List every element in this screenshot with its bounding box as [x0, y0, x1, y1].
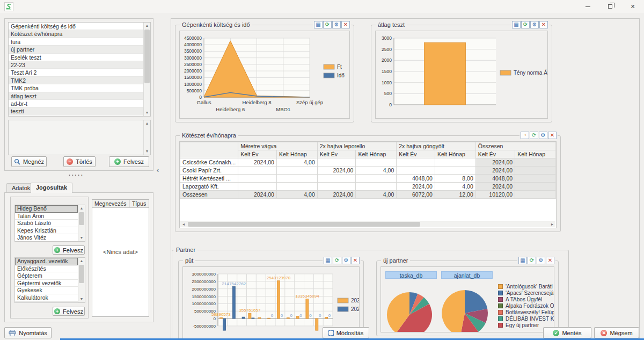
report-description-box[interactable]: ▲▼ — [8, 120, 151, 155]
report-list-scrollbar[interactable]: ▲▼ — [143, 23, 150, 116]
close-icon-button[interactable]: ✕ — [539, 21, 548, 28]
list-item[interactable]: Géptermi vezetők — [15, 280, 78, 287]
chart-toolbar: ▦⟳⚙✕ — [517, 257, 555, 264]
list-item[interactable]: Talán Áron — [15, 213, 78, 220]
list-item[interactable]: új partner — [9, 46, 143, 53]
list-item[interactable]: Eselék teszt — [9, 54, 143, 61]
close-icon-button[interactable]: ✕ — [546, 257, 554, 264]
pivot-sub-col[interactable]: Kelt Hónap — [435, 150, 475, 158]
gear-icon-button[interactable]: ⚙ — [530, 21, 539, 28]
pivot-row[interactable]: Csoki Papír Zrt.2024,004,002024,00 — [180, 167, 556, 175]
grid-icon-button[interactable]: ▦ — [512, 21, 521, 28]
pivot-col-group[interactable]: Méretre vágva — [238, 142, 318, 150]
list-item[interactable]: TMK próba — [9, 84, 143, 92]
list-item[interactable]: Kepes Krisztián — [15, 227, 78, 235]
print-button[interactable]: Nyomtatás — [4, 327, 52, 338]
list-item[interactable]: Anyaggazd. vezetők — [15, 258, 78, 265]
grid-icon-button[interactable]: ▦ — [324, 257, 332, 264]
groups-list-box: Anyaggazd. vezetőkElőkészítésGépteremGép… — [14, 257, 85, 303]
chart-panel-title: Gépenkénti költség és idő — [180, 21, 252, 28]
gear-icon-button[interactable]: ⚙ — [537, 257, 545, 264]
pivot-col-group[interactable]: Összesen — [475, 142, 555, 150]
pivot-sub-col[interactable]: Kelt Év — [238, 150, 277, 158]
pivot-sub-col[interactable]: Kelt Év — [475, 150, 515, 158]
tab-jogosultak[interactable]: Jogosultak — [31, 183, 72, 193]
pivot-col-group[interactable]: 2x hajtva göngyölt — [397, 142, 476, 150]
pie-legend-item: 'Apacs' Szerencseját — [498, 291, 554, 295]
check-icon: ✓ — [553, 330, 559, 336]
list-item[interactable]: Gyekesek — [15, 287, 78, 294]
pivot-table: Méretre vágva2x hajtva leporello2x hajtv… — [180, 142, 556, 199]
splitter-handle[interactable] — [69, 172, 84, 178]
close-icon-button[interactable]: ✕ — [351, 257, 360, 264]
jogosultak-tab-panel: Hideg BenőTalán ÁronSzabó LászlóKepes Kr… — [4, 192, 153, 322]
restore-button[interactable] — [599, 0, 621, 13]
list-item[interactable]: Hideg Benő — [15, 205, 78, 213]
users-scrollbar[interactable]: ▲▼ — [78, 205, 85, 241]
gear-icon-button[interactable]: ⚙ — [539, 132, 547, 139]
refresh-icon-button[interactable]: ⟳ — [528, 257, 536, 264]
svg-text:Tény norma Átlag: Tény norma Átlag — [514, 69, 548, 76]
list-item[interactable]: Kötészet év/hónapra — [9, 30, 143, 38]
grid-icon-button[interactable]: ▦ — [518, 257, 527, 264]
list-item[interactable]: János Vitéz — [15, 234, 78, 241]
collapse-arrow-icon[interactable] — [157, 167, 159, 174]
list-item[interactable]: Szabó László — [15, 220, 78, 227]
list-item[interactable]: TMK2 — [9, 77, 143, 84]
add-group-button[interactable]: + Felvesz — [53, 307, 85, 316]
modify-button[interactable]: Módosítás — [323, 327, 369, 338]
close-icon-button[interactable]: ✕ — [548, 132, 557, 139]
list-item[interactable]: Teszt Ari 2 — [9, 69, 143, 76]
list-item[interactable]: 22-23 — [9, 61, 143, 69]
add-user-button[interactable]: + Felvesz — [53, 245, 85, 255]
refresh-icon-button[interactable]: ⟳ — [333, 257, 341, 264]
legend-swatch — [498, 323, 503, 328]
list-item[interactable]: Gépterem — [15, 272, 78, 280]
legend-label: Alpaka Fodrászok Öns — [506, 303, 554, 309]
pivot-hscrollbar[interactable]: ◂▸ — [180, 221, 555, 227]
add-button[interactable]: + Felvesz — [109, 156, 149, 167]
minimize-button[interactable] — [576, 0, 599, 13]
pivot-sub-col[interactable]: Kelt Év — [317, 150, 356, 158]
view-button[interactable]: Megnéz — [11, 156, 47, 167]
list-item[interactable]: ad-br-t — [9, 100, 143, 107]
save-button[interactable]: ✓ Mentés — [543, 327, 591, 338]
groups-scrollbar[interactable]: ▲▼ — [78, 258, 85, 302]
list-item[interactable]: Gépenkénti költség és idő — [9, 23, 143, 30]
pivot-col-group[interactable]: 2x hajtva leporello — [317, 142, 397, 150]
svg-text:0: 0 — [271, 313, 274, 318]
close-icon-button[interactable]: ✕ — [341, 21, 350, 28]
pie-legend: 'Antológusok' Baráti'Apacs' Szerencseját… — [498, 284, 554, 328]
pivot-row[interactable]: Összesen2024,004,002024,004,006072,0012,… — [180, 191, 556, 199]
list-item[interactable]: átlag teszt — [9, 92, 143, 100]
pie-icon-button[interactable]: ◔ — [521, 132, 529, 139]
refresh-icon-button[interactable]: ⟳ — [323, 21, 332, 28]
pivot-sub-col[interactable]: Kelt Év — [397, 150, 435, 158]
pivot-row[interactable]: Csicsörke Csónakh...2024,004,002024,00 — [180, 158, 556, 167]
pivot-row[interactable]: Hétrét Kertészeti ...4048,008,004048,00 — [180, 175, 556, 183]
pivot-sub-col[interactable]: Kelt Hónap — [276, 150, 317, 158]
legend-swatch — [498, 284, 503, 289]
rights-col-megnevezes[interactable]: Megnevezés — [92, 200, 130, 207]
grid-icon-button[interactable]: ▦ — [314, 21, 323, 28]
chart-toolbar: ▦⟳⚙✕ — [323, 257, 361, 264]
pivot-sub-col[interactable]: Kelt Hónap — [515, 150, 556, 158]
refresh-icon-button[interactable]: ⟳ — [521, 21, 530, 28]
list-item[interactable]: teszti — [9, 107, 143, 115]
list-item[interactable]: Előkészítés — [15, 265, 78, 273]
cancel-button[interactable]: ✕ Mégsem — [594, 327, 639, 338]
gear-icon-button[interactable]: ⚙ — [342, 257, 350, 264]
delete-button[interactable]: − Törlés — [63, 156, 96, 167]
groups-list: Anyaggazd. vezetőkElőkészítésGépteremGép… — [15, 258, 78, 302]
close-button[interactable] — [621, 0, 644, 13]
rights-col-tipus[interactable]: Típus — [130, 200, 149, 207]
refresh-icon-button[interactable]: ⟳ — [530, 132, 538, 139]
delete-button-label: Törlés — [76, 158, 92, 165]
list-item[interactable]: Kalkulátorok — [15, 294, 78, 302]
list-item[interactable]: fura — [9, 38, 143, 46]
save-button-label: Mentés — [562, 330, 581, 336]
pivot-sub-col[interactable]: Kelt Hónap — [356, 150, 397, 158]
description-scrollbar[interactable]: ▲▼ — [143, 120, 150, 155]
pivot-row[interactable]: Lapozgató Kft.2024,004,002024,00 — [180, 183, 556, 191]
gear-icon-button[interactable]: ⚙ — [332, 21, 341, 28]
